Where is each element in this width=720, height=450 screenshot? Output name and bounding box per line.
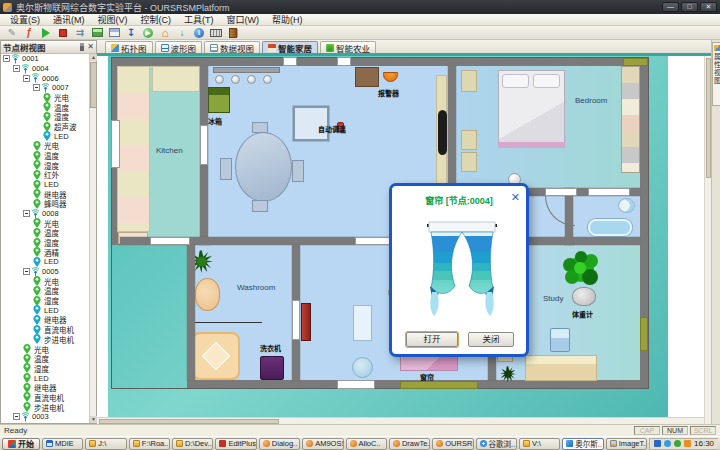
taskbar-item[interactable]: D:\Dev.. — [172, 438, 213, 450]
close-button[interactable]: ✕ — [700, 2, 717, 12]
application-window: 奥尔斯物联网综合数字实验平台 - OURSRSMPlatform — □ ✕ 设… — [0, 0, 720, 450]
washing-machine-icon[interactable] — [260, 356, 284, 380]
tree-scrollbar[interactable]: ▲ ▼ — [89, 54, 96, 423]
taskbar-item[interactable]: J:\ — [85, 438, 126, 450]
tree-item[interactable]: 0001 — [1, 54, 89, 64]
tree-item[interactable]: 步进电机 — [1, 402, 89, 412]
tree-item[interactable]: 0004 — [1, 64, 89, 74]
view-tab[interactable]: 波形图 — [155, 41, 203, 53]
tree-item[interactable]: 0007 — [1, 83, 89, 93]
function-icon[interactable]: ƒ — [22, 27, 36, 39]
tree-item[interactable]: 红外 — [1, 170, 89, 180]
canvas-hscrollbar[interactable] — [97, 417, 704, 424]
taskbar-item[interactable]: F:\Roa.. — [129, 438, 170, 450]
menu-item[interactable]: 窗口(W) — [221, 13, 266, 26]
play-icon[interactable] — [39, 27, 53, 39]
expand-icon[interactable] — [23, 75, 30, 82]
taskbar-item[interactable]: MDIE — [42, 438, 83, 450]
fridge-icon[interactable] — [208, 87, 230, 113]
tree-item[interactable]: 湿度 — [1, 364, 89, 374]
ceiling-lights-icon[interactable] — [213, 67, 280, 73]
tree-item[interactable]: 蜂鸣器 — [1, 199, 89, 209]
info-icon[interactable]: i — [192, 27, 206, 39]
tray-volume-icon[interactable] — [684, 440, 691, 447]
tree-item[interactable]: 0003 — [1, 412, 89, 422]
open-button[interactable]: 打开 — [406, 332, 458, 347]
window-icon[interactable] — [107, 27, 121, 39]
taskbar-item[interactable]: AlloC.. — [346, 438, 387, 450]
scroll-up-icon[interactable]: ▲ — [90, 54, 97, 61]
menu-item[interactable]: 帮助(H) — [266, 13, 309, 26]
expand-icon[interactable] — [13, 413, 20, 420]
tree-item-label: LED — [44, 180, 59, 189]
tree-item[interactable]: 光电 — [1, 93, 89, 103]
taskbar-item[interactable]: 奥尔斯.. — [562, 438, 603, 450]
snapshot-icon[interactable] — [90, 27, 104, 39]
exit-icon[interactable] — [226, 27, 240, 39]
tv-icon[interactable] — [438, 110, 447, 155]
menu-item[interactable]: 控制(C) — [135, 13, 178, 26]
expand-icon[interactable] — [3, 55, 10, 62]
tree-item[interactable]: 温度 — [1, 102, 89, 112]
tray-network-icon[interactable] — [654, 440, 661, 447]
taskbar-item[interactable]: OURSRS.. — [432, 438, 473, 450]
view-tab[interactable]: 拓扑图 — [105, 41, 153, 53]
menu-item[interactable]: 设置(S) — [4, 13, 46, 26]
sensor-pin-icon — [33, 296, 41, 306]
properties-tab[interactable]: 属性视图 — [712, 42, 720, 106]
maximize-button[interactable]: □ — [681, 2, 698, 12]
stop-icon[interactable] — [56, 27, 70, 39]
floor-plan: 冰箱 自动调温 报警器 B — [108, 56, 668, 417]
run-icon[interactable]: ▶ — [141, 27, 155, 39]
expand-icon[interactable] — [33, 84, 40, 91]
blue-box-icon[interactable] — [550, 328, 570, 352]
menu-item[interactable]: 通讯(M) — [47, 13, 91, 26]
tray-messenger-icon[interactable] — [664, 440, 671, 447]
bedroom1-door — [545, 188, 577, 196]
alarm-icon[interactable] — [383, 72, 398, 82]
taskbar-item-icon — [133, 440, 140, 447]
expand-icon[interactable] — [13, 65, 20, 72]
cushion-3 — [461, 152, 477, 172]
tree-item[interactable]: 湿度 — [1, 296, 89, 306]
view-tab[interactable]: 数据视图 — [204, 41, 260, 53]
view-tab[interactable]: 智能家居 — [262, 41, 318, 53]
home-icon[interactable]: ⌂ — [158, 27, 172, 39]
minimize-button[interactable]: — — [662, 2, 679, 12]
update-icon[interactable]: ↓ — [175, 27, 189, 39]
pen-icon[interactable]: ✎ — [5, 27, 19, 39]
pin-icon[interactable] — [80, 43, 84, 51]
taskbar-item[interactable]: Dialog.. — [259, 438, 300, 450]
door-panel — [353, 305, 372, 341]
menu-item[interactable]: 视图(V) — [92, 13, 134, 26]
taskbar-item[interactable]: ImageT.. — [606, 438, 647, 450]
tree-item[interactable]: 超声波 — [1, 122, 89, 132]
view-tab[interactable]: 智能农业 — [320, 41, 376, 53]
scroll-thumb[interactable] — [90, 62, 97, 108]
keyboard-icon[interactable] — [209, 27, 223, 39]
tree-item-label: LED — [54, 132, 69, 141]
kitchen-counter — [117, 66, 150, 232]
scroll-down-icon[interactable]: ▼ — [90, 416, 97, 423]
tray-safety-icon[interactable] — [674, 440, 681, 447]
taskbar-item[interactable]: V:\ — [519, 438, 560, 450]
taskbar-item[interactable]: DrawTe.. — [389, 438, 430, 450]
expand-icon[interactable] — [23, 268, 30, 275]
expand-icon[interactable] — [23, 210, 30, 217]
canvas-vscrollbar[interactable] — [704, 56, 711, 424]
taskbar-item[interactable]: AM9OSS.. — [302, 438, 343, 450]
taskbar-item[interactable]: 谷歌浏.. — [476, 438, 517, 450]
close-dialog-button[interactable]: 关闭 — [468, 332, 514, 347]
export-icon[interactable]: ⇉ — [73, 27, 87, 39]
tree-item[interactable]: 0006 — [1, 73, 89, 83]
tree-item[interactable]: 酒精 — [1, 247, 89, 257]
download-icon[interactable]: ↧ — [124, 27, 138, 39]
dialog-close-icon[interactable]: ✕ — [511, 191, 520, 204]
panel-close-icon[interactable]: ✕ — [87, 43, 94, 51]
taskbar-item[interactable]: EditPlus — [215, 438, 256, 450]
scale-icon[interactable] — [572, 287, 596, 306]
outside-area — [112, 245, 187, 388]
start-button[interactable]: 开始 — [2, 438, 40, 450]
tree-item[interactable]: LED — [1, 257, 89, 267]
menu-item[interactable]: 工具(T) — [178, 13, 220, 26]
